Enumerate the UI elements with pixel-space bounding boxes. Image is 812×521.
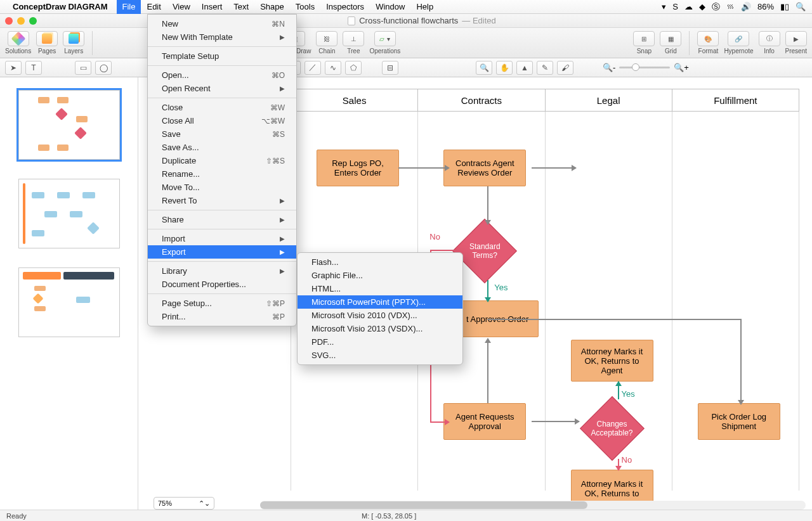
text-tool[interactable]: T <box>25 61 42 75</box>
solutions-button[interactable]: Solutions <box>5 31 31 55</box>
lane-sales-header[interactable]: Sales <box>291 89 418 112</box>
node-changes[interactable]: Changes Acceptable? <box>580 397 644 460</box>
cloud-icon[interactable]: ☁ <box>684 2 693 11</box>
zoom-slider[interactable]: 🔍- 🔍+ <box>603 63 689 72</box>
node-pick-order[interactable]: Pick Order Log Shipment <box>698 403 780 440</box>
pages-button[interactable]: Pages <box>36 31 58 55</box>
group-tool[interactable]: ⊟ <box>382 61 398 75</box>
info-icon: ⓘ <box>766 34 773 43</box>
layers-button[interactable]: Layers <box>63 31 84 55</box>
file-menu-item[interactable]: Export▶ <box>148 245 296 259</box>
menu-text[interactable]: Text <box>228 0 254 14</box>
present-button[interactable]: ▶Present <box>785 31 807 55</box>
file-menu-item[interactable]: New With Template▶ <box>148 30 296 44</box>
dropbox-icon[interactable]: ◆ <box>699 2 705 11</box>
operations-button[interactable]: ▱▾Operations <box>369 31 400 55</box>
file-menu-item[interactable]: Close All⌥⌘W <box>148 114 296 127</box>
hypernote-icon: 🔗 <box>735 35 742 42</box>
ellipse-shape-tool[interactable]: ◯ <box>95 61 112 75</box>
wifi-icon[interactable]: ᯾ <box>726 2 735 11</box>
page-thumb-1[interactable] <box>18 90 120 160</box>
export-menu-item[interactable]: Microsoft Visio 2013 (VSDX)... <box>298 322 462 335</box>
skype-icon[interactable]: Ⓢ <box>712 1 720 13</box>
pages-sidebar <box>0 77 138 510</box>
stamp-tool[interactable]: ▲ <box>516 61 533 75</box>
eyedropper-tool[interactable]: ✎ <box>537 61 553 75</box>
minimize-window-button[interactable] <box>17 17 25 25</box>
file-menu-item[interactable]: Rename... <box>148 167 296 181</box>
menu-help[interactable]: Help <box>410 0 439 14</box>
zoom-select[interactable]: 75%⌃⌄ <box>154 497 214 510</box>
horizontal-scrollbar[interactable] <box>260 501 806 510</box>
file-menu-item[interactable]: Save As... <box>148 141 296 154</box>
file-menu-item[interactable]: New⌘N <box>148 17 296 30</box>
file-menu-item[interactable]: Close⌘W <box>148 101 296 114</box>
hypernote-button[interactable]: 🔗Hypernote <box>724 31 753 55</box>
file-menu-item[interactable]: Library▶ <box>148 264 296 278</box>
menu-shape[interactable]: Shape <box>254 0 290 14</box>
file-menu-item[interactable]: Template Setup <box>148 49 296 63</box>
line-tool[interactable]: ／ <box>304 61 321 75</box>
zoom-in-icon[interactable]: 🔍+ <box>674 63 689 72</box>
file-menu-item[interactable]: Move To... <box>148 181 296 194</box>
export-menu-item[interactable]: SVG... <box>298 349 462 362</box>
zoom-window-button[interactable] <box>29 17 37 25</box>
file-menu-item[interactable]: Print...⌘P <box>148 310 296 323</box>
menu-window[interactable]: Window <box>370 0 410 14</box>
brush-tool[interactable]: 🖌 <box>557 61 573 75</box>
menu-file[interactable]: File <box>117 0 141 14</box>
rect-shape-tool[interactable]: ▭ <box>75 61 91 75</box>
file-menu-item[interactable]: Revert To▶ <box>148 194 296 207</box>
export-menu-item[interactable]: PDF... <box>298 335 462 349</box>
grid-button[interactable]: ▦Grid <box>660 31 681 55</box>
node-review[interactable]: Contracts Agent Reviews Order <box>443 150 526 186</box>
menu-inspectors[interactable]: Inspectors <box>320 0 370 14</box>
curve-tool[interactable]: ∿ <box>325 61 341 75</box>
pointer-tool[interactable]: ➤ <box>5 61 22 75</box>
zoom-out-icon[interactable]: 🔍- <box>603 63 615 72</box>
node-rep-logs[interactable]: Rep Logs PO, Enters Order <box>317 150 399 186</box>
lane-legal: Attorney Marks it OK, Returns to Agent Y… <box>546 112 672 491</box>
page-thumb-3[interactable] <box>18 267 120 337</box>
file-menu-item[interactable]: Document Properties... <box>148 278 296 291</box>
snap-button[interactable]: ⊞Snap <box>633 31 655 55</box>
file-menu-item[interactable]: Share▶ <box>148 213 296 226</box>
hand-tool[interactable]: ✋ <box>496 61 513 75</box>
file-menu-item[interactable]: Page Setup...⇧⌘P <box>148 297 296 310</box>
format-button[interactable]: 🎨Format <box>697 31 719 55</box>
info-button[interactable]: ⓘInfo <box>759 31 780 55</box>
node-attorney-ok[interactable]: Attorney Marks it OK, Returns to Agent <box>571 340 653 382</box>
file-menu-item[interactable]: Duplicate⇧⌘S <box>148 154 296 167</box>
node-req-approval[interactable]: Agent Requests Approval <box>443 403 526 440</box>
battery-icon[interactable]: ▮▯ <box>780 2 789 11</box>
page-thumb-2[interactable] <box>18 179 120 248</box>
export-menu-item[interactable]: HTML... <box>298 282 462 295</box>
spotlight-icon[interactable]: 🔍 <box>796 2 806 11</box>
menu-insert[interactable]: Insert <box>196 0 228 14</box>
export-menu-item[interactable]: Graphic File... <box>298 269 462 282</box>
vlc-icon[interactable]: ▾ <box>662 2 666 11</box>
export-menu-item[interactable]: Microsoft Visio 2010 (VDX)... <box>298 309 462 322</box>
export-menu-item[interactable]: Flash... <box>298 255 462 269</box>
app-name[interactable]: ConceptDraw DIAGRAM <box>13 2 108 11</box>
export-menu-item[interactable]: Microsoft PowerPoint (PPTX)... <box>298 295 462 309</box>
close-window-button[interactable] <box>5 17 13 25</box>
file-menu-item[interactable]: Open...⌘O <box>148 68 296 82</box>
menu-view[interactable]: View <box>167 0 196 14</box>
file-menu-item[interactable]: Save⌘S <box>148 127 296 141</box>
lane-fulfillment-header[interactable]: Fulfillment <box>672 89 799 112</box>
file-menu-item[interactable]: Open Recent▶ <box>148 82 296 95</box>
file-menu-item[interactable]: Import▶ <box>148 232 296 245</box>
zoom-tool[interactable]: 🔍 <box>476 61 492 75</box>
chain-button[interactable]: ⛓Chain <box>316 31 337 55</box>
lane-legal-header[interactable]: Legal <box>546 89 672 112</box>
tree-button[interactable]: ⊥Tree <box>343 31 364 55</box>
lane-contracts-header[interactable]: Contracts <box>418 89 545 112</box>
menu-tools[interactable]: Tools <box>290 0 320 14</box>
poly-tool[interactable]: ⬠ <box>345 61 362 75</box>
status-icon[interactable]: S <box>672 2 678 11</box>
arrow <box>430 421 449 423</box>
secondary-toolbar: ➤ T ▭ ◯ ↘ ／ ∿ ⬠ ⊟ 🔍 ✋ ▲ ✎ 🖌 🔍- 🔍+ <box>0 58 812 77</box>
menu-edit[interactable]: Edit <box>141 0 166 14</box>
volume-icon[interactable]: 🔊 <box>741 2 751 11</box>
